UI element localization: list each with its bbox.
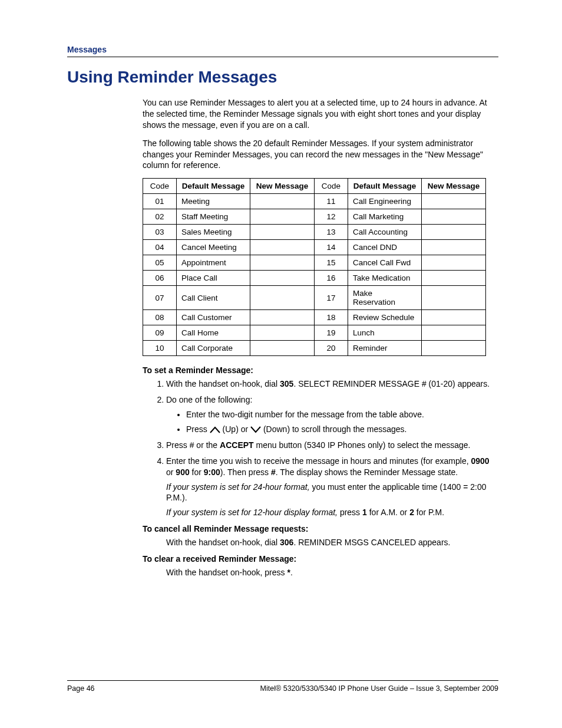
- cell-new-message: [250, 194, 315, 209]
- subhead-clear: To clear a received Reminder Message:: [143, 554, 498, 564]
- table-row: 07Call Client17Make Reservation: [143, 286, 486, 310]
- step-1: With the handset on-hook, dial 305. SELE…: [166, 378, 498, 390]
- footer-doc-title: Mitel® 5320/5330/5340 IP Phone User Guid…: [260, 684, 498, 693]
- th-new-right: New Message: [422, 179, 486, 194]
- cell-default-message: Call Home: [177, 325, 250, 341]
- cell-code: 06: [143, 271, 177, 286]
- cell-code: 12: [315, 209, 348, 225]
- step-4: Enter the time you wish to receive the m…: [166, 456, 498, 518]
- cell-code: 04: [143, 240, 177, 255]
- cell-code: 11: [315, 194, 348, 209]
- cell-code: 18: [315, 310, 348, 325]
- step-2-bullet-1: Enter the two-digit number for the messa…: [186, 409, 498, 420]
- cell-code: 09: [143, 325, 177, 341]
- subhead-set: To set a Reminder Message:: [143, 365, 498, 375]
- table-row: 05Appointment15Cancel Call Fwd: [143, 255, 486, 271]
- table-row: 01Meeting11Call Engineering: [143, 194, 486, 209]
- table-row: 03Sales Meeting13Call Accounting: [143, 225, 486, 240]
- cell-new-message: [422, 240, 486, 255]
- cell-default-message: Review Schedule: [348, 310, 422, 325]
- intro-paragraph-2: The following table shows the 20 default…: [143, 138, 498, 172]
- cell-new-message: [422, 225, 486, 240]
- cell-default-message: Call Marketing: [348, 209, 422, 225]
- table-row: 04Cancel Meeting14Cancel DND: [143, 240, 486, 255]
- th-default-left: Default Message: [177, 179, 250, 194]
- page-footer: Page 46 Mitel® 5320/5330/5340 IP Phone U…: [67, 680, 498, 693]
- cell-default-message: Reminder: [348, 341, 422, 356]
- cell-code: 02: [143, 209, 177, 225]
- cell-code: 13: [315, 225, 348, 240]
- cell-default-message: Sales Meeting: [177, 225, 250, 240]
- table-row: 02Staff Meeting12Call Marketing: [143, 209, 486, 225]
- th-code-left: Code: [143, 179, 177, 194]
- cell-new-message: [422, 194, 486, 209]
- step-2-bullet-2: Press (Up) or (Down) to scroll through t…: [186, 424, 498, 435]
- cell-new-message: [422, 209, 486, 225]
- table-row: 09Call Home19Lunch: [143, 325, 486, 341]
- intro-paragraph-1: You can use Reminder Messages to alert y…: [143, 97, 498, 131]
- cell-new-message: [250, 225, 315, 240]
- cell-new-message: [422, 255, 486, 271]
- cancel-step: With the handset on-hook, dial 306. REMI…: [166, 537, 498, 548]
- cell-default-message: Call Customer: [177, 310, 250, 325]
- footer-page-number: Page 46: [67, 684, 95, 693]
- cell-new-message: [422, 325, 486, 341]
- cell-new-message: [250, 255, 315, 271]
- cell-code: 15: [315, 255, 348, 271]
- reminder-messages-table: Code Default Message New Message Code De…: [143, 178, 486, 356]
- cell-default-message: Cancel DND: [348, 240, 422, 255]
- table-row: 06Place Call16Take Medication: [143, 271, 486, 286]
- page: Messages Using Reminder Messages You can…: [0, 0, 562, 728]
- cell-default-message: Take Medication: [348, 271, 422, 286]
- cell-new-message: [250, 341, 315, 356]
- cell-default-message: Cancel Call Fwd: [348, 255, 422, 271]
- cell-code: 05: [143, 255, 177, 271]
- cell-new-message: [250, 286, 315, 310]
- cell-default-message: Call Engineering: [348, 194, 422, 209]
- cell-default-message: Staff Meeting: [177, 209, 250, 225]
- step-3: Press # or the ACCEPT menu button (5340 …: [166, 440, 498, 451]
- cell-new-message: [250, 310, 315, 325]
- cell-code: 08: [143, 310, 177, 325]
- step-4-note-12h: If your system is set for 12-hour displa…: [166, 507, 498, 518]
- cell-default-message: Call Accounting: [348, 225, 422, 240]
- cell-code: 10: [143, 341, 177, 356]
- cell-new-message: [250, 209, 315, 225]
- cell-default-message: Place Call: [177, 271, 250, 286]
- cell-code: 01: [143, 194, 177, 209]
- cell-default-message: Meeting: [177, 194, 250, 209]
- cell-new-message: [250, 271, 315, 286]
- clear-step: With the handset on-hook, press *.: [166, 567, 498, 578]
- step-4-note-24h: If your system is set for 24-hour format…: [166, 482, 498, 504]
- cell-default-message: Cancel Meeting: [177, 240, 250, 255]
- subhead-cancel: To cancel all Reminder Message requests:: [143, 524, 498, 533]
- th-default-right: Default Message: [348, 179, 422, 194]
- cell-new-message: [422, 310, 486, 325]
- cell-code: 14: [315, 240, 348, 255]
- table-row: 08Call Customer18Review Schedule: [143, 310, 486, 325]
- cell-new-message: [422, 341, 486, 356]
- cell-code: 19: [315, 325, 348, 341]
- down-arrow-icon: [250, 426, 261, 433]
- cell-new-message: [250, 325, 315, 341]
- page-title: Using Reminder Messages: [67, 68, 498, 87]
- th-code-right: Code: [315, 179, 348, 194]
- set-steps-list: With the handset on-hook, dial 305. SELE…: [143, 378, 498, 518]
- cell-default-message: Call Client: [177, 286, 250, 310]
- step-2: Do one of the following: Enter the two-d…: [166, 394, 498, 435]
- cell-code: 16: [315, 271, 348, 286]
- table-row: 10Call Corporate20Reminder: [143, 341, 486, 356]
- body-content: You can use Reminder Messages to alert y…: [143, 97, 498, 578]
- cell-default-message: Lunch: [348, 325, 422, 341]
- section-header: Messages: [67, 45, 498, 57]
- cell-default-message: Appointment: [177, 255, 250, 271]
- cell-code: 03: [143, 225, 177, 240]
- th-new-left: New Message: [250, 179, 315, 194]
- cell-new-message: [422, 271, 486, 286]
- cell-new-message: [422, 286, 486, 310]
- cell-default-message: Make Reservation: [348, 286, 422, 310]
- cell-code: 20: [315, 341, 348, 356]
- up-arrow-icon: [210, 426, 220, 433]
- cell-code: 17: [315, 286, 348, 310]
- cell-default-message: Call Corporate: [177, 341, 250, 356]
